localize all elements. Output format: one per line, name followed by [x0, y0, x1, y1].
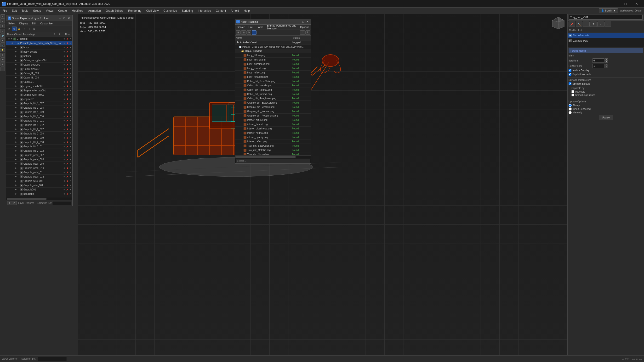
mod-hammer-button[interactable]: 🔨 [576, 21, 582, 27]
tool-particles[interactable]: ⋮ [0, 67, 5, 71]
tree-ctrl-btn[interactable]: 📌 [66, 150, 69, 152]
when-rendering-radio[interactable] [568, 107, 572, 110]
tree-row[interactable]: 👁◈Engine_wire_cap001⚙📌👁 [6, 88, 72, 93]
tool-select[interactable]: ↖ [0, 14, 5, 19]
tree-row[interactable]: 👁◈Cabin_lift_003⚙📌👁 [6, 71, 72, 76]
tree-ctrl-btn[interactable]: 👁 [69, 55, 72, 58]
tree-ctrl-btn[interactable]: ⚙ [63, 37, 66, 40]
tree-row[interactable]: 👁◈Grapple_lift_2_009⚙📌👁 [6, 136, 72, 140]
tree-eye-icon[interactable]: 👁 [14, 64, 17, 66]
menu-civil-view[interactable]: Civil View [144, 8, 161, 13]
tree-eye-icon[interactable]: 👁 [14, 94, 17, 96]
tree-row[interactable]: 👁◈Grapple_lift_1_008⚙📌👁 [6, 106, 72, 110]
tree-ctrl-btn[interactable]: 📌 [66, 171, 69, 174]
tree-ctrl-btn[interactable]: 📌 [66, 124, 69, 127]
tree-eye-icon[interactable]: 👁 [14, 180, 17, 182]
tree-ctrl-btn[interactable]: 👁 [69, 98, 72, 101]
tool-helpers[interactable]: ◈ [0, 53, 5, 57]
tree-ctrl-btn[interactable]: 📌 [66, 89, 69, 92]
tree-ctrl-btn[interactable]: ⚙ [63, 188, 66, 191]
tree-ctrl-btn[interactable]: ⚙ [63, 111, 66, 114]
se-menu-display[interactable]: Display [18, 21, 30, 25]
tree-ctrl-btn[interactable]: 📌 [66, 68, 69, 71]
menu-arnold[interactable]: Arnold [228, 8, 242, 13]
tree-eye-icon[interactable]: 👁 [14, 89, 17, 92]
tree-ctrl-btn[interactable]: 👁 [69, 167, 72, 170]
at-close[interactable]: ✕ [305, 20, 310, 24]
tree-ctrl-btn[interactable]: 👁 [69, 128, 72, 131]
tree-eye-icon[interactable]: 👁 [14, 158, 17, 161]
tree-ctrl-btn[interactable]: 👁 [69, 111, 72, 114]
tree-ctrl-btn[interactable]: 📌 [66, 106, 69, 109]
tree-ctrl-btn[interactable]: 📌 [66, 37, 69, 40]
at-file-row[interactable]: Tray_dirt_Metallic.pngFound [235, 148, 311, 152]
at-file-row[interactable]: body_reflect.pngFound [235, 71, 311, 75]
tree-ctrl-btn[interactable]: ⚙ [63, 171, 66, 174]
tree-row[interactable]: 👁◈Grapple_lift_1_011⚙📌👁 [6, 119, 72, 123]
at-file-row[interactable]: body_fresnel.pngFound [235, 58, 311, 62]
at-scrollbar-h[interactable] [235, 155, 311, 158]
tree-row[interactable]: 👁◈Cabin_glass001⚙📌👁 [6, 67, 72, 71]
tree-eye-icon[interactable]: 👁 [14, 111, 17, 113]
tree-ctrl-btn[interactable]: ⚙ [63, 162, 66, 165]
tree-ctrl-btn[interactable]: 📌 [66, 137, 69, 139]
modifier-stack[interactable]: ▶ TurboSmooth ▶ Editable Poly [568, 33, 644, 47]
tree-ctrl-btn[interactable]: 👁 [69, 76, 72, 79]
tree-ctrl-btn[interactable]: 📌 [66, 188, 69, 191]
mod-down-button[interactable]: ↓ [604, 21, 611, 27]
selection-set-input[interactable] [52, 201, 71, 205]
se-btn-expand[interactable]: ⊞ [32, 26, 37, 31]
se-btn-up[interactable]: ↑ [22, 26, 26, 31]
tool-rotate[interactable]: ↻ [0, 24, 5, 28]
tree-ctrl-btn[interactable]: ⚙ [63, 89, 66, 92]
at-file-row[interactable]: Cabin_dirt_Refract.pngFound [235, 92, 311, 96]
at-file-row[interactable]: Cabin_dirt_Metallic.pngFound [235, 83, 311, 88]
at-menu-paths[interactable]: Paths [254, 25, 265, 29]
tree-eye-icon[interactable]: 👁 [14, 115, 17, 118]
tree-eye-icon[interactable]: 👁 [14, 55, 17, 57]
at-menu-file[interactable]: File [246, 25, 254, 29]
tree-row[interactable]: 👁◈Grapple_lift_2_011⚙📌👁 [6, 144, 72, 149]
tree-row[interactable]: 👁◈Grapple_lift_1_012⚙📌👁 [6, 123, 72, 127]
at-file-row[interactable]: interier_fresnel.pngFound [235, 122, 311, 127]
at-maximize[interactable]: □ [301, 20, 305, 24]
tree-ctrl-btn[interactable]: ⚙ [63, 115, 66, 118]
tree-ctrl-btn[interactable]: 👁 [69, 85, 72, 88]
at-file-row[interactable]: Cabin_dirt_BaseColor.pngFound [235, 79, 311, 83]
at-row-maps-group[interactable]: 📁 Maps / Shaders [235, 49, 311, 53]
tree-ctrl-btn[interactable]: 👁 [69, 115, 72, 118]
tree-ctrl-btn[interactable]: ⚙ [63, 46, 66, 49]
se-scrollbar-h[interactable] [6, 197, 72, 200]
mod-up-button[interactable]: ↑ [597, 21, 604, 27]
at-file-row[interactable]: Cabin_dirt_Normal.pngFound [235, 88, 311, 92]
tree-ctrl-btn[interactable]: 📌 [66, 81, 69, 83]
scene-explorer-minimize[interactable]: ─ [58, 16, 62, 20]
tree-eye-icon[interactable]: 👁 [14, 128, 17, 131]
tree-ctrl-btn[interactable]: 📌 [66, 193, 69, 195]
tree-ctrl-btn[interactable]: 📌 [66, 102, 69, 105]
tree-ctrl-btn[interactable]: ⚙ [63, 72, 66, 75]
tree-ctrl-btn[interactable]: ⚙ [63, 119, 66, 122]
tree-row[interactable]: 👁◈Grapple_petal_011⚙📌👁 [6, 170, 72, 175]
tree-row[interactable]: 👁▼◈0 (default)⚙📌👁 [6, 37, 72, 41]
tree-ctrl-btn[interactable]: ⚙ [63, 175, 66, 178]
se-btn-sort[interactable]: ↕ [27, 26, 32, 31]
viewport[interactable]: [+] [Perspective] [User Defined] [Edged … [78, 14, 567, 355]
nav-cube[interactable]: P [551, 16, 566, 30]
tree-toggle-icon[interactable]: ▼ [10, 38, 13, 40]
tool-unlink[interactable]: ⛓ [0, 38, 5, 42]
at-btn-4[interactable]: 🗂 [252, 30, 256, 35]
tree-ctrl-btn[interactable]: 📌 [66, 72, 69, 75]
at-file-row[interactable]: Cabin_dirt_Roughness.pngFound [235, 96, 311, 101]
menu-modifiers[interactable]: Modifiers [69, 8, 86, 13]
tree-toggle-icon[interactable]: ▼ [14, 42, 16, 44]
tree-row[interactable]: 👁◈Grapple_petal_008⚙📌👁 [6, 157, 72, 162]
tree-ctrl-btn[interactable]: 👁 [69, 193, 72, 195]
tree-ctrl-btn[interactable]: 📌 [66, 111, 69, 114]
tree-ctrl-btn[interactable]: ⚙ [63, 124, 66, 127]
tree-ctrl-btn[interactable]: 👁 [69, 119, 72, 122]
materials-checkbox[interactable] [572, 90, 574, 93]
mod-pin-button[interactable]: 📌 [568, 21, 575, 27]
minimize-button[interactable]: ─ [609, 0, 620, 8]
tree-ctrl-btn[interactable]: ⚙ [63, 59, 66, 62]
